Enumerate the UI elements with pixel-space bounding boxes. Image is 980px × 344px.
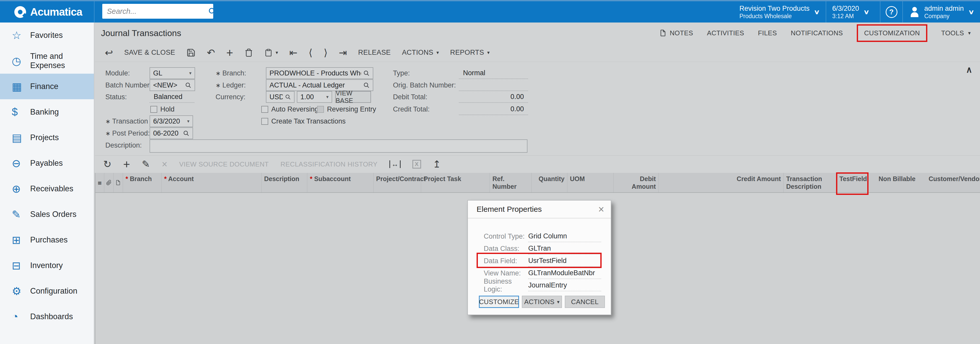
load-records-button[interactable]: ↥ — [433, 159, 441, 169]
description-input[interactable] — [150, 139, 527, 153]
global-search[interactable] — [102, 4, 213, 19]
undo-button[interactable]: ↶ — [207, 48, 215, 57]
user-menu[interactable]: admin admin Company ∨ — [902, 1, 980, 22]
post-period-field[interactable]: 06-2020 — [150, 127, 193, 139]
create-tax-transactions-checkbox[interactable]: Create Tax Transactions — [261, 115, 346, 127]
search-icon[interactable] — [208, 7, 216, 16]
dialog-actions-button[interactable]: ACTIONS▾ — [522, 296, 562, 308]
save-button[interactable] — [186, 48, 196, 57]
copy-paste-button[interactable]: ▾ — [264, 48, 278, 57]
projects-icon: ▤ — [12, 131, 30, 144]
grid-column-header[interactable]: Project/Contract — [374, 173, 421, 192]
sidebar-item[interactable]: ▦ Finance — [0, 74, 94, 99]
currency-code-field[interactable]: USD — [266, 91, 294, 103]
go-next-button[interactable]: ⟩ — [324, 48, 328, 57]
company-selector[interactable]: Revision Two Products Products Wholesale… — [733, 1, 826, 22]
customize-button[interactable]: CUSTOMIZE — [479, 296, 519, 308]
go-last-button[interactable]: ⇥ — [339, 48, 347, 57]
grid-column-header[interactable]: Quantity — [531, 173, 567, 192]
auto-reversing-checkbox[interactable]: Auto Reversing — [261, 104, 318, 115]
sidebar-item[interactable]: ⚙ Configuration — [0, 278, 94, 304]
branch-field[interactable]: PRODWHOLE - Products Wholesale — [266, 67, 373, 79]
sidebar-item[interactable]: ▤ Projects — [0, 125, 94, 150]
dialog-property-row: Business Logic: JournalEntry — [484, 279, 601, 291]
sidebar-item[interactable]: ◷ Time and Expenses — [0, 48, 94, 74]
notifications-button[interactable]: NOTIFICATIONS — [791, 29, 843, 37]
back-button[interactable]: ↩ — [105, 48, 113, 57]
top-header-bar: Acumatica Revision Two Products Products… — [0, 0, 980, 22]
reports-menu-button[interactable]: REPORTS▾ — [450, 49, 490, 57]
grid-column-header[interactable]: Transaction Description — [784, 173, 837, 192]
note-icon — [659, 29, 667, 37]
customization-button[interactable]: CUSTOMIZATION — [864, 29, 920, 37]
date-time-selector[interactable]: 6/3/2020 3:12 AM ∨ — [826, 1, 880, 22]
lookup-icon — [285, 94, 291, 100]
sidebar-item[interactable]: ✎ Sales Orders — [0, 202, 94, 227]
search-input[interactable] — [102, 4, 208, 19]
orig-batch-number-label: Orig. Batch Number: — [393, 79, 456, 91]
grid-add-row-button[interactable]: + — [123, 159, 130, 169]
module-select[interactable]: GL▾ — [150, 67, 195, 79]
grid-column-header[interactable]: Ref. Number — [490, 173, 531, 192]
activities-button[interactable]: ACTIVITIES — [707, 29, 744, 37]
grid-column-header[interactable]: TestField — [837, 173, 868, 192]
batch-number-label: Batch Number: — [105, 79, 151, 91]
actions-menu-button[interactable]: ACTIONS▾ — [402, 49, 439, 57]
grid-column-header[interactable]: Project Task — [421, 173, 490, 192]
sidebar-item[interactable]: ◔ Dashboards — [0, 304, 94, 330]
sidebar-item[interactable]: ☆ Favorites — [0, 22, 94, 48]
sidebar-item[interactable]: $ Banking — [0, 99, 94, 125]
grid-column-header[interactable]: Non Billable — [868, 173, 926, 192]
grid-column-header[interactable]: Debit Amount — [614, 173, 659, 192]
grid-column-header[interactable]: Description — [262, 173, 307, 192]
tools-menu-button[interactable]: TOOLS▾ — [941, 29, 971, 37]
save-and-close-button[interactable]: SAVE & CLOSE — [124, 49, 175, 57]
checkbox-icon — [317, 106, 324, 113]
debit-total-value: 0.00 — [459, 91, 528, 103]
export-to-excel-button: X — [412, 160, 421, 169]
cancel-button[interactable]: CANCEL — [565, 296, 605, 308]
stopwatch-icon: ◷ — [12, 55, 30, 67]
batch-number-field[interactable]: <NEW> — [150, 79, 195, 91]
sidebar-item[interactable]: ⊕ Receivables — [0, 176, 94, 202]
chevron-down-icon: ∨ — [968, 8, 974, 16]
logo[interactable]: Acumatica — [0, 1, 94, 22]
grid-column-header[interactable]: UOM — [567, 173, 614, 192]
company-name: Revision Two Products — [740, 4, 810, 13]
hold-checkbox[interactable]: Hold — [150, 104, 175, 115]
paperclip-icon — [104, 173, 113, 192]
currency-rate-field[interactable]: 1.00▾ — [297, 91, 332, 103]
files-button[interactable]: FILES — [758, 29, 777, 37]
property-label: Business Logic: — [484, 277, 528, 293]
orig-batch-number-value — [459, 79, 528, 91]
grid-column-label: Customer/Vendor — [929, 175, 980, 182]
release-button[interactable]: RELEASE — [358, 49, 391, 57]
grid-column-header[interactable]: Account — [162, 173, 262, 192]
type-label: Type: — [393, 67, 410, 79]
delete-button[interactable] — [244, 48, 253, 57]
sidebar-item-label: Time and Expenses — [30, 52, 94, 70]
grid-column-header[interactable]: Customer/Vendor — [926, 173, 980, 192]
collapse-form-chevron[interactable]: ∧ — [966, 64, 972, 75]
close-icon[interactable]: × — [598, 204, 604, 214]
grid-column-header[interactable]: Subaccount — [307, 173, 374, 192]
sidebar-item[interactable]: ⊞ Purchases — [0, 227, 94, 253]
sidebar-item[interactable]: ⊟ Inventory — [0, 253, 94, 278]
go-first-button[interactable]: ⇤ — [290, 48, 298, 57]
transaction-date-field[interactable]: 6/3/2020▾ — [150, 115, 193, 127]
grid-column-header[interactable]: Credit Amount — [659, 173, 784, 192]
help-button[interactable]: ? — [880, 1, 902, 22]
sidebar-item-label: Sales Orders — [30, 210, 76, 219]
fit-to-screen-button[interactable]: ↔ — [390, 160, 401, 168]
go-previous-button[interactable]: ⟨ — [309, 48, 312, 57]
add-new-button[interactable]: + — [226, 48, 233, 57]
grid-settings-icon[interactable]: ▦ — [95, 173, 104, 192]
notes-button[interactable]: NOTES — [659, 29, 693, 37]
sidebar-item[interactable]: ⊖ Payables — [0, 150, 94, 176]
grid-column-header[interactable]: Branch — [123, 173, 162, 192]
view-base-button[interactable]: VIEW BASE — [335, 91, 371, 103]
chevron-down-icon: ∨ — [814, 8, 820, 16]
grid-refresh-button[interactable]: ↻ — [103, 159, 111, 169]
grid-edit-row-button[interactable]: ✎ — [142, 159, 150, 169]
user-avatar-icon — [909, 6, 920, 18]
